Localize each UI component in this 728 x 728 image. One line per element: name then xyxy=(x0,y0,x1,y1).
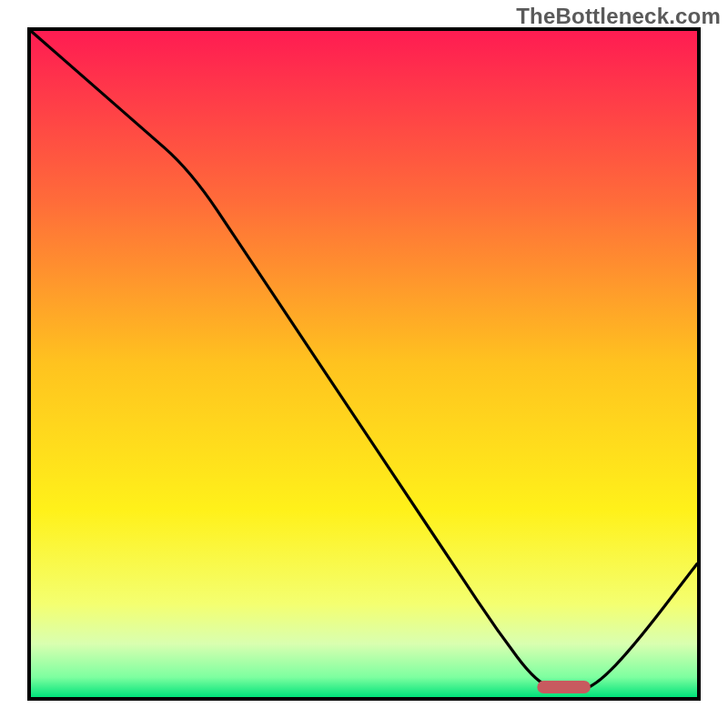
plot-surface xyxy=(31,31,697,697)
watermark-text: TheBottleneck.com xyxy=(516,4,721,29)
gradient-background xyxy=(31,31,697,697)
optimal-marker xyxy=(537,681,591,693)
plot-frame xyxy=(27,27,701,701)
chart-root: TheBottleneck.com xyxy=(0,0,728,728)
